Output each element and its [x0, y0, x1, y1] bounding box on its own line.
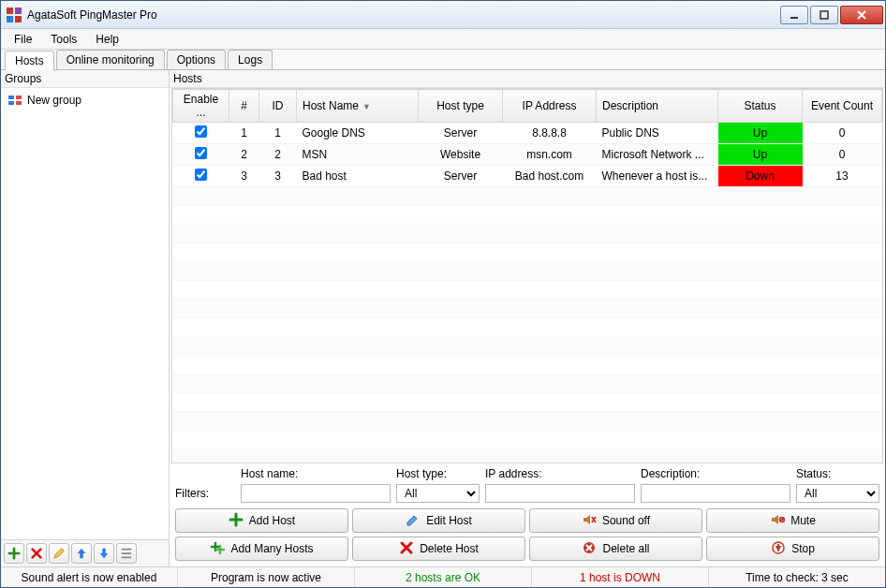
- filter-desc-label: Description:: [641, 467, 790, 480]
- sound-off-button[interactable]: Sound off: [529, 508, 702, 533]
- filter-hosttype-select[interactable]: All: [396, 484, 480, 503]
- row-desc: Whenever a host is...: [597, 166, 718, 187]
- status-ok: 2 hosts are OK: [355, 567, 532, 587]
- svg-rect-1: [15, 7, 22, 14]
- table-row[interactable]: 33Bad hostServerBad host.comWhenever a h…: [173, 166, 882, 187]
- mute-button[interactable]: Mute: [706, 508, 879, 533]
- row-id: 2: [259, 144, 297, 166]
- row-events: 0: [803, 123, 882, 144]
- stop-icon: [771, 540, 786, 558]
- maximize-button[interactable]: [810, 6, 838, 24]
- menu-file[interactable]: File: [5, 31, 41, 48]
- plus-multi-icon: [210, 540, 225, 558]
- status-down: 1 host is DOWN: [532, 567, 709, 587]
- table-row-empty: [173, 375, 882, 393]
- row-hostname: Bad host: [297, 166, 419, 187]
- tree-item-root[interactable]: New group: [8, 94, 161, 107]
- app-icon: [7, 7, 22, 22]
- group-add-button[interactable]: [4, 543, 24, 564]
- delete-all-button[interactable]: Delete all: [529, 537, 702, 561]
- hosts-label: Hosts: [170, 70, 885, 88]
- grid-header-row: Enable ... # ID Host Name▼ Host type IP …: [173, 90, 882, 123]
- hosts-grid-scroller[interactable]: Enable ... # ID Host Name▼ Host type IP …: [171, 88, 883, 463]
- row-enable-checkbox[interactable]: [195, 125, 207, 138]
- col-desc[interactable]: Description: [597, 90, 718, 123]
- table-row-empty: [173, 225, 882, 243]
- filter-hosttype-label: Host type:: [396, 467, 480, 480]
- table-row-empty: [173, 449, 882, 464]
- add-host-button[interactable]: Add Host: [175, 508, 348, 533]
- filter-ip-label: IP address:: [485, 467, 635, 480]
- col-num[interactable]: #: [229, 90, 259, 123]
- app-window: AgataSoft PingMaster Pro File Tools Help…: [0, 0, 886, 588]
- filter-status-select[interactable]: All: [796, 484, 879, 503]
- hosts-grid: Enable ... # ID Host Name▼ Host type IP …: [172, 89, 882, 463]
- tab-options[interactable]: Options: [167, 50, 226, 69]
- row-hosttype: Server: [419, 166, 503, 187]
- table-row[interactable]: 11Google DNSServer8.8.8.8Public DNSUp0: [173, 123, 882, 144]
- minimize-button[interactable]: [780, 6, 808, 24]
- tree-item-label: New group: [27, 94, 81, 107]
- row-status: Up: [718, 144, 803, 166]
- filter-status-label: Status:: [796, 467, 879, 480]
- table-row-empty: [173, 243, 882, 262]
- stop-button[interactable]: Stop: [706, 537, 879, 561]
- plus-icon: [229, 512, 244, 530]
- groups-toolbar: [1, 539, 169, 566]
- row-events: 0: [803, 144, 882, 166]
- row-ip: 8.8.8.8: [503, 123, 597, 144]
- menu-help[interactable]: Help: [86, 31, 128, 48]
- svg-rect-5: [820, 11, 828, 19]
- groups-label: Groups: [1, 70, 169, 88]
- close-button[interactable]: [840, 6, 883, 24]
- add-many-hosts-button[interactable]: Add Many Hosts: [175, 537, 348, 561]
- tab-online[interactable]: Online monitoring: [56, 50, 165, 69]
- row-ip: msn.com: [503, 144, 597, 166]
- titlebar: AgataSoft PingMaster Pro: [1, 1, 885, 29]
- row-desc: Microsoft Network ...: [597, 144, 718, 166]
- edit-icon: [406, 512, 421, 530]
- table-row[interactable]: 22MSNWebsitemsn.comMicrosoft Network ...…: [173, 144, 882, 166]
- table-row-empty: [173, 300, 882, 318]
- statusbar: Sound alert is now enabled Program is no…: [1, 566, 885, 587]
- row-id: 1: [259, 123, 297, 144]
- sort-indicator-icon: ▼: [362, 102, 371, 111]
- col-status[interactable]: Status: [718, 90, 803, 123]
- row-id: 3: [259, 166, 297, 187]
- mute-icon: [770, 512, 785, 530]
- col-hosttype[interactable]: Host type: [419, 90, 503, 123]
- status-program: Program is now active: [178, 567, 355, 587]
- row-num: 2: [229, 144, 259, 166]
- filter-hostname-input[interactable]: [241, 484, 391, 503]
- filter-ip-input[interactable]: [485, 484, 635, 503]
- table-row-empty: [173, 356, 882, 375]
- group-down-button[interactable]: [94, 543, 114, 564]
- actions-grid: Add Host Edit Host Sound off Mute Add Ma…: [170, 505, 885, 566]
- col-enable[interactable]: Enable ...: [173, 90, 229, 123]
- filter-desc-input[interactable]: [641, 484, 790, 503]
- col-hostname[interactable]: Host Name▼: [297, 90, 419, 123]
- row-enable-checkbox[interactable]: [195, 147, 207, 159]
- delete-host-button[interactable]: Delete Host: [352, 537, 525, 561]
- svg-rect-0: [7, 7, 13, 14]
- edit-host-button[interactable]: Edit Host: [352, 508, 525, 533]
- col-events[interactable]: Event Count: [803, 90, 882, 123]
- window-title: AgataSoft PingMaster Pro: [27, 8, 778, 22]
- row-status: Up: [718, 123, 803, 144]
- group-list-button[interactable]: [116, 543, 137, 564]
- table-row-empty: [173, 412, 882, 431]
- group-delete-button[interactable]: [26, 543, 47, 564]
- groups-tree[interactable]: New group: [1, 88, 169, 539]
- tab-hosts[interactable]: Hosts: [5, 51, 54, 70]
- filters-row: Host name: Host type: IP address: Descri…: [170, 463, 885, 505]
- table-row-empty: [173, 318, 882, 337]
- menu-tools[interactable]: Tools: [41, 31, 86, 48]
- group-up-button[interactable]: [71, 543, 92, 564]
- group-edit-button[interactable]: [49, 543, 69, 564]
- row-enable-checkbox[interactable]: [195, 169, 207, 181]
- tab-logs[interactable]: Logs: [228, 50, 273, 69]
- col-ip[interactable]: IP Address: [503, 90, 597, 123]
- row-status: Down: [718, 166, 803, 187]
- col-id[interactable]: ID: [259, 90, 297, 123]
- svg-rect-3: [15, 16, 22, 22]
